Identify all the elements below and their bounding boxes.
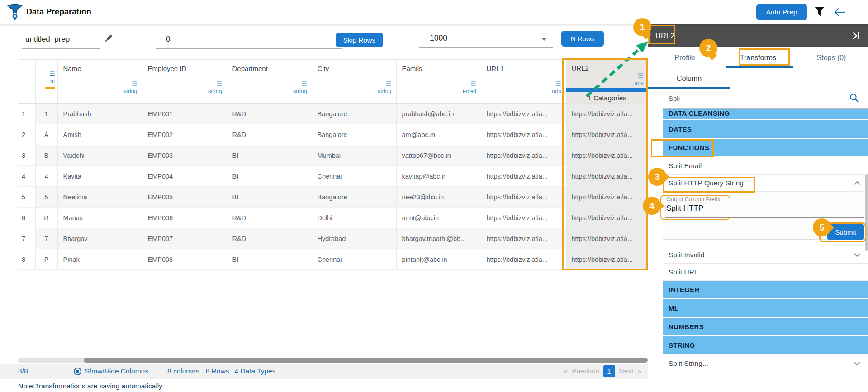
top-bar: Data Preparation Auto Prep xyxy=(0,0,868,24)
skip-rows-button[interactable]: Skip Rows xyxy=(336,33,383,47)
search-input-value: Spli xyxy=(669,94,680,102)
column-type-label: string xyxy=(208,88,222,94)
column-header-city[interactable]: City ≡ string xyxy=(312,60,396,104)
category-ml[interactable]: ML xyxy=(663,299,868,318)
n-rows-select[interactable]: 1000 xyxy=(419,29,553,48)
annotation-marker-4: 4 xyxy=(643,197,661,215)
output-column-prefix-label: Output Column Prefix xyxy=(666,196,721,203)
transform-list: DATA CLEANSING DATES FUNCTIONS Split Ema… xyxy=(663,109,868,372)
column-menu-icon[interactable]: ≡ xyxy=(216,80,222,87)
annotation-marker-1: 1 xyxy=(633,18,651,36)
table-row: 3BVaidehiEMP003BIMumbaivattpp67@bcc.inht… xyxy=(18,145,648,166)
column-menu-icon[interactable]: ≡ xyxy=(470,80,476,87)
column-menu-icon[interactable]: ≡ xyxy=(638,71,643,79)
row-number: 1 xyxy=(18,104,35,124)
horizontal-scrollbar[interactable] xyxy=(18,358,648,363)
column-type-label: string xyxy=(378,88,392,94)
horizontal-scrollbar-thumb[interactable] xyxy=(84,358,648,363)
row-number-header xyxy=(18,60,35,104)
column-header-name[interactable]: Name ≡ string xyxy=(57,60,142,104)
show-hide-columns-link[interactable]: Show/Hide Columns xyxy=(85,367,148,375)
split-http-form: Output Column Prefix Split HTTP Submit xyxy=(663,192,868,240)
column-menu-icon[interactable]: ≡ xyxy=(132,80,137,87)
select-caret-icon[interactable] xyxy=(541,38,547,41)
rows-fraction: 8/8 xyxy=(18,367,28,375)
rows-count: 8 Rows xyxy=(206,367,229,375)
row-number: 6 xyxy=(18,208,35,228)
column-header-eamils[interactable]: Eamils ≡ email xyxy=(396,60,481,104)
sidebar-header: URL2 xyxy=(648,24,868,47)
column-menu-icon[interactable]: ≡ xyxy=(555,80,561,87)
eye-icon[interactable] xyxy=(73,367,82,376)
category-data-cleansing[interactable]: DATA CLEANSING xyxy=(663,109,868,120)
data-types-count: 4 Data Types xyxy=(234,367,275,375)
column-type-label: urls xyxy=(634,80,643,86)
transform-split-http-query-string[interactable]: Split HTTP Query String xyxy=(663,175,868,192)
table-row: 8PPinakEMP008BIChennaipintank@abc.inhttp… xyxy=(18,249,648,270)
row-number: 7 xyxy=(18,228,35,249)
column-header-truncated[interactable]: ≡ nt xyxy=(35,60,57,104)
category-count-label: 1 Catagories xyxy=(566,94,648,102)
chevron-down-icon[interactable] xyxy=(854,359,861,368)
columns-count: 8 columns xyxy=(167,367,199,375)
transform-split-string[interactable]: Split String... xyxy=(663,355,868,372)
page-title: Data Preparation xyxy=(26,7,91,17)
collapse-panel-icon[interactable] xyxy=(851,31,861,43)
table-row: 44KavitaEMP004BIChennaikavitap@abc.inhtt… xyxy=(18,166,648,187)
table-row: 2AAmishEMP002R&DBangaloream@abc.inhttps:… xyxy=(18,124,648,145)
category-string[interactable]: STRING xyxy=(663,336,868,355)
filter-icon[interactable] xyxy=(814,6,825,19)
edit-pencil-icon[interactable] xyxy=(103,33,113,45)
row-number: 5 xyxy=(18,187,35,208)
column-header-url2-selected[interactable]: URL2 ≡ urls 1 Catagories xyxy=(566,60,648,104)
app-logo-icon xyxy=(7,4,23,23)
chevron-up-icon[interactable] xyxy=(854,179,861,187)
vertical-scrollbar-thumb[interactable] xyxy=(865,174,868,251)
sidebar-subtabs: Column xyxy=(648,68,868,89)
next-page-button[interactable]: Next xyxy=(619,367,634,375)
sidebar-tabs: Profile Transforms Steps (0) xyxy=(648,47,868,68)
column-header-url1[interactable]: URL1 ≡ urls xyxy=(481,60,566,104)
subtab-column[interactable]: Column xyxy=(648,68,730,89)
column-header-department[interactable]: Department ≡ string xyxy=(227,60,312,104)
input-underline xyxy=(665,217,864,218)
table-row: 77BhargavEMP007R&DHydrabadbhargav.tripat… xyxy=(18,228,648,249)
table-row: 6RManasEMP006R&DDelhimmt@abc.inhttps://b… xyxy=(18,208,648,228)
last-page-arrow[interactable]: » xyxy=(637,367,641,375)
column-header-employee-id[interactable]: Employee ID ≡ string xyxy=(142,60,227,104)
auto-prep-button[interactable]: Auto Prep xyxy=(756,4,807,20)
category-integer[interactable]: INTEGER xyxy=(663,281,868,299)
column-menu-icon[interactable]: ≡ xyxy=(386,80,391,87)
table-header-row: ≡ nt Name ≡ string Employee ID ≡ string xyxy=(18,60,648,104)
n-rows-button[interactable]: N Rows xyxy=(561,31,604,47)
previous-page-button[interactable]: Previous xyxy=(572,367,599,375)
transform-split-url[interactable]: Split URL xyxy=(663,264,868,281)
column-type-label: nt xyxy=(50,78,55,85)
table-row: 55NeelimaEMP005BIBangalorenee23@dcc.inht… xyxy=(18,187,648,208)
row-number: 8 xyxy=(18,249,35,270)
histogram-bar xyxy=(45,87,55,89)
back-arrow-icon[interactable] xyxy=(834,7,846,19)
selected-column-label: URL2 xyxy=(655,32,674,40)
search-icon[interactable] xyxy=(849,93,859,104)
output-column-prefix-input[interactable]: Split HTTP xyxy=(666,204,703,213)
prep-name-input[interactable]: untitled_prep xyxy=(22,30,100,49)
chevron-down-icon[interactable] xyxy=(854,251,861,259)
current-page-button[interactable]: 1 xyxy=(603,365,615,377)
transform-split-invalid[interactable]: Split Invalid xyxy=(663,246,868,264)
annotation-marker-3: 3 xyxy=(648,168,666,186)
transform-split-email[interactable]: Split Email xyxy=(663,157,868,175)
category-dates[interactable]: DATES xyxy=(663,120,868,139)
skip-rows-input[interactable]: 0 xyxy=(156,30,342,49)
category-distribution-bar xyxy=(566,88,648,92)
category-numbers[interactable]: NUMBERS xyxy=(663,318,868,336)
column-menu-icon[interactable]: ≡ xyxy=(301,80,307,87)
row-number: 3 xyxy=(18,145,35,166)
transform-search-field[interactable]: Spli xyxy=(663,89,868,109)
first-page-arrow[interactable]: « xyxy=(564,367,568,375)
tab-transforms[interactable]: Transforms xyxy=(721,47,795,68)
tab-steps[interactable]: Steps (0) xyxy=(795,47,868,68)
column-menu-icon[interactable]: ≡ xyxy=(49,70,55,77)
annotation-marker-5: 5 xyxy=(813,218,831,236)
category-functions[interactable]: FUNCTIONS xyxy=(663,139,868,157)
